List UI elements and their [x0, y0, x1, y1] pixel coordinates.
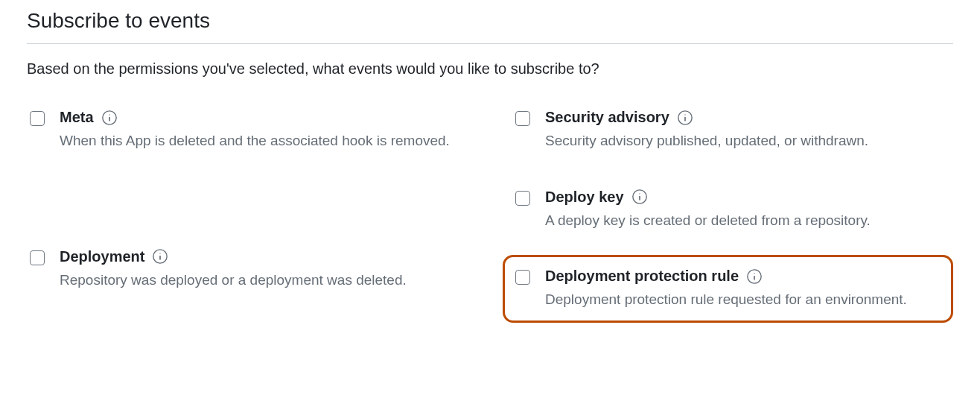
event-content: Deployment protection rule Deployment pr… — [545, 268, 945, 310]
info-icon[interactable] — [677, 110, 693, 126]
svg-point-4 — [160, 253, 161, 253]
section-heading: Subscribe to events — [27, 9, 953, 44]
event-title-meta: Meta — [60, 109, 94, 126]
event-description-security-advisory: Security advisory published, updated, or… — [545, 130, 947, 151]
event-header: Deploy key — [545, 189, 947, 206]
checkbox-deploy-key[interactable] — [515, 191, 530, 206]
event-description-deployment: Repository was deployed or a deployment … — [60, 270, 462, 291]
event-title-deployment: Deployment — [60, 248, 144, 265]
event-content: Deploy key A deploy key is created or de… — [545, 189, 947, 231]
section-subtitle: Based on the permissions you've selected… — [27, 60, 953, 78]
event-title-security-advisory: Security advisory — [545, 109, 669, 126]
event-deployment: Deployment Repository was deployed or a … — [27, 244, 468, 297]
event-security-advisory: Security advisory Security advisory publ… — [512, 104, 953, 157]
svg-point-10 — [639, 193, 640, 194]
event-description-deploy-key: A deploy key is created or deleted from … — [545, 210, 947, 231]
event-title-deploy-key: Deploy key — [545, 189, 624, 206]
svg-point-7 — [684, 114, 685, 115]
event-header: Security advisory — [545, 109, 947, 126]
info-icon[interactable] — [631, 189, 648, 205]
events-column-left: Meta When this App is deleted and the as… — [27, 104, 468, 323]
events-grid: Meta When this App is deleted and the as… — [27, 104, 953, 323]
checkbox-deployment-protection-rule[interactable] — [515, 270, 530, 285]
event-content: Security advisory Security advisory publ… — [545, 109, 947, 151]
checkbox-meta[interactable] — [30, 111, 45, 126]
info-icon[interactable] — [746, 268, 763, 285]
info-icon[interactable] — [101, 110, 118, 126]
svg-point-13 — [754, 273, 754, 274]
event-content: Meta When this App is deleted and the as… — [60, 109, 462, 151]
svg-point-1 — [109, 114, 109, 115]
event-description-meta: When this App is deleted and the associa… — [60, 130, 462, 151]
event-header: Deployment — [60, 248, 462, 265]
events-column-right: Security advisory Security advisory publ… — [512, 104, 953, 323]
checkbox-security-advisory[interactable] — [515, 111, 530, 126]
info-icon[interactable] — [152, 248, 168, 265]
event-description-deployment-protection-rule: Deployment protection rule requested for… — [545, 289, 945, 310]
event-meta: Meta When this App is deleted and the as… — [27, 104, 468, 157]
event-title-deployment-protection-rule: Deployment protection rule — [545, 268, 739, 285]
event-header: Meta — [60, 109, 462, 126]
checkbox-deployment[interactable] — [30, 250, 45, 265]
event-content: Deployment Repository was deployed or a … — [60, 248, 462, 291]
event-header: Deployment protection rule — [545, 268, 945, 285]
event-deploy-key: Deploy key A deploy key is created or de… — [512, 184, 953, 237]
event-deployment-protection-rule: Deployment protection rule Deployment pr… — [503, 255, 953, 323]
